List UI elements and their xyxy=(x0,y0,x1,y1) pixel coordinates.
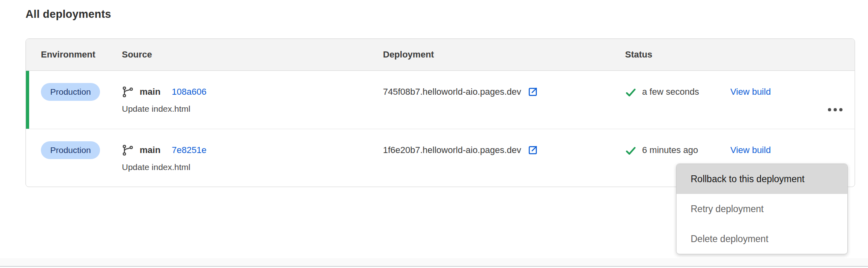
row-actions-cell xyxy=(815,71,855,129)
environment-badge: Production xyxy=(41,141,100,159)
current-deployment-indicator xyxy=(26,71,29,129)
status-cell: a few seconds xyxy=(625,71,730,129)
menu-item-delete[interactable]: Delete deployment xyxy=(677,224,847,254)
status-text: 6 minutes ago xyxy=(642,143,698,157)
table-row: Production main 108a606 Update index.htm… xyxy=(26,71,855,129)
environment-badge: Production xyxy=(41,83,100,101)
deployment-url: 745f08b7.helloworld-aio.pages.dev xyxy=(383,85,521,99)
git-branch-icon xyxy=(122,86,134,98)
branch-name: main xyxy=(140,85,160,99)
environment-cell: Production xyxy=(26,71,122,129)
section-divider xyxy=(0,258,868,267)
table-header-row: Environment Source Deployment Status xyxy=(26,39,855,71)
status-text: a few seconds xyxy=(642,85,699,99)
column-header-source: Source xyxy=(122,39,383,70)
column-header-environment: Environment xyxy=(26,39,122,70)
external-link-icon[interactable] xyxy=(527,144,539,156)
deployment-url: 1f6e20b7.helloworld-aio.pages.dev xyxy=(383,143,521,157)
source-cell: main 108a606 Update index.html xyxy=(122,71,383,129)
deployment-cell: 745f08b7.helloworld-aio.pages.dev xyxy=(383,71,625,129)
deployment-actions-menu: Rollback to this deployment Retry deploy… xyxy=(676,164,848,254)
external-link-icon[interactable] xyxy=(527,86,539,98)
column-header-status: Status xyxy=(625,39,730,70)
commit-message: Update index.html xyxy=(122,162,383,173)
git-branch-icon xyxy=(122,144,134,156)
column-header-deployment: Deployment xyxy=(383,39,625,70)
commit-message: Update index.html xyxy=(122,103,383,115)
menu-item-retry[interactable]: Retry deployment xyxy=(677,194,847,224)
view-build-cell: View build xyxy=(730,71,815,129)
menu-item-rollback[interactable]: Rollback to this deployment xyxy=(677,164,847,194)
deployment-cell: 1f6e20b7.helloworld-aio.pages.dev xyxy=(383,129,625,187)
check-icon xyxy=(625,87,636,98)
environment-cell: Production xyxy=(26,129,122,187)
check-icon xyxy=(625,145,636,156)
ellipsis-icon[interactable] xyxy=(825,90,846,129)
page-title: All deployments xyxy=(26,8,111,21)
commit-link[interactable]: 7e8251e xyxy=(172,143,206,157)
commit-link[interactable]: 108a606 xyxy=(172,85,206,99)
view-build-link[interactable]: View build xyxy=(730,87,771,97)
view-build-link[interactable]: View build xyxy=(730,145,771,155)
branch-name: main xyxy=(140,143,160,157)
source-cell: main 7e8251e Update index.html xyxy=(122,129,383,187)
